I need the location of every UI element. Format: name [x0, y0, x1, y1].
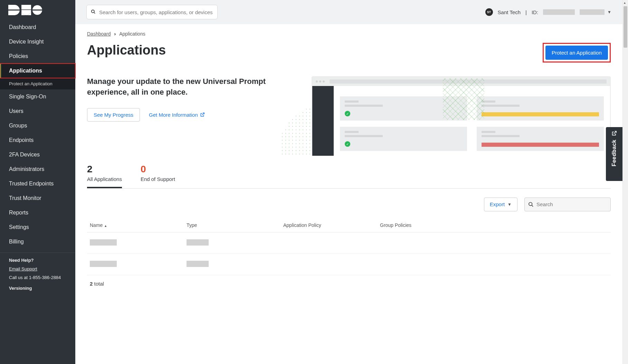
scroll-up-icon: ▴: [624, 1, 626, 4]
help-block: Need Help? Email Support Call us at 1-85…: [0, 258, 75, 291]
sidebar-item-groups[interactable]: Groups: [0, 118, 75, 133]
tabs: 2 All Applications 0 End of Support: [87, 164, 611, 189]
col-application-policy[interactable]: Application Policy: [280, 218, 377, 232]
tab-eos-count: 0: [141, 164, 175, 175]
sidebar-item-users[interactable]: Users: [0, 104, 75, 118]
col-type[interactable]: Type: [184, 218, 280, 232]
id-label: ID:: [532, 9, 538, 15]
scrollbar[interactable]: ▴: [622, 0, 628, 364]
cell-name-redacted: [90, 239, 117, 246]
versioning-label: Versioning: [9, 286, 66, 291]
protect-application-button[interactable]: Protect an Application: [545, 46, 608, 60]
tab-eos-label: End of Support: [141, 176, 175, 182]
search-icon: [528, 201, 534, 208]
main: ST Sant Tech | ID: ▼ Dashboard › Applica…: [75, 0, 622, 364]
sidebar-item-dashboard[interactable]: Dashboard: [0, 20, 75, 35]
breadcrumb: Dashboard › Applications: [87, 31, 611, 37]
global-search-input[interactable]: [99, 9, 213, 15]
divider: |: [525, 9, 527, 15]
cell-name-redacted: [90, 261, 117, 267]
page-title: Applications: [87, 43, 166, 58]
applications-table: Name▲ Type Application Policy Group Poli…: [87, 218, 611, 275]
scrollbar-thumb[interactable]: [624, 6, 627, 48]
chevron-down-icon: ▼: [607, 10, 611, 15]
svg-point-7: [529, 202, 532, 205]
get-more-info-link[interactable]: Get More Information: [149, 112, 205, 118]
hero-section: Manage your update to the new Universal …: [87, 76, 611, 156]
export-label: Export: [490, 201, 505, 207]
sidebar: Dashboard Device Insight Policies Applic…: [0, 0, 75, 364]
sort-asc-icon: ▲: [104, 224, 107, 228]
breadcrumb-separator-icon: ›: [114, 31, 116, 37]
table-row[interactable]: [87, 253, 611, 275]
table-total: 2 total: [87, 275, 611, 292]
sidebar-item-administrators[interactable]: Administrators: [0, 162, 75, 176]
sidebar-subitem-protect-application[interactable]: Protect an Application: [0, 78, 75, 89]
table-toolbar: Export ▼: [87, 198, 611, 211]
sidebar-item-2fa-devices[interactable]: 2FA Devices: [0, 147, 75, 162]
sidebar-item-billing[interactable]: Billing: [0, 234, 75, 249]
breadcrumb-current: Applications: [119, 31, 145, 37]
help-title: Need Help?: [9, 258, 66, 263]
table-row[interactable]: [87, 232, 611, 253]
breadcrumb-root[interactable]: Dashboard: [87, 31, 111, 37]
sidebar-item-reports[interactable]: Reports: [0, 205, 75, 220]
col-group-policies[interactable]: Group Policies: [377, 218, 611, 232]
tab-all-label: All Applications: [87, 176, 122, 182]
sidebar-item-trusted-endpoints[interactable]: Trusted Endpoints: [0, 176, 75, 191]
topbar: ST Sant Tech | ID: ▼: [75, 0, 622, 24]
sidebar-item-single-sign-on[interactable]: Single Sign-On: [0, 89, 75, 104]
tab-end-of-support[interactable]: 0 End of Support: [141, 164, 175, 188]
svg-rect-4: [32, 10, 42, 11]
topbar-right: ST Sant Tech | ID: ▼: [485, 8, 611, 16]
export-button[interactable]: Export ▼: [484, 198, 517, 211]
sidebar-separator: [0, 252, 75, 253]
content: Dashboard › Applications Applications Pr…: [75, 24, 622, 306]
avatar[interactable]: ST: [485, 8, 493, 16]
account-id-redacted: [543, 9, 575, 15]
account-value-redacted: [580, 9, 605, 15]
account-name: Sant Tech: [498, 9, 521, 15]
sidebar-item-trust-monitor[interactable]: Trust Monitor: [0, 191, 75, 205]
sidebar-item-applications[interactable]: Applications: [0, 64, 75, 78]
hero-illustration: ✓ ✓: [280, 76, 611, 156]
external-link-icon: [611, 131, 617, 137]
feedback-label: Feedback: [611, 140, 617, 166]
sidebar-item-policies[interactable]: Policies: [0, 49, 75, 64]
col-name[interactable]: Name▲: [87, 218, 184, 232]
hero-copy: Manage your update to the new Universal …: [87, 76, 267, 98]
cell-type-redacted: [187, 261, 209, 267]
sidebar-item-settings[interactable]: Settings: [0, 220, 75, 234]
tab-all-count: 2: [87, 164, 122, 175]
sidebar-item-device-insight[interactable]: Device Insight: [0, 35, 75, 49]
external-link-icon: [200, 112, 205, 117]
account-dropdown[interactable]: ▼: [580, 9, 611, 15]
see-progress-button[interactable]: See My Progress: [87, 108, 140, 122]
svg-line-6: [94, 12, 95, 13]
protect-highlight: Protect an Application: [543, 43, 611, 63]
email-support-link[interactable]: Email Support: [9, 266, 66, 271]
global-search[interactable]: [86, 5, 218, 19]
tab-all-applications[interactable]: 2 All Applications: [87, 164, 122, 188]
table-search-input[interactable]: [536, 201, 607, 207]
svg-line-8: [532, 205, 533, 207]
duo-logo: [0, 0, 75, 20]
get-more-info-label: Get More Information: [149, 112, 198, 118]
table-search[interactable]: [524, 198, 611, 211]
feedback-tab[interactable]: Feedback: [606, 127, 622, 181]
search-icon: [91, 9, 96, 15]
cell-type-redacted: [187, 239, 209, 246]
sidebar-item-endpoints[interactable]: Endpoints: [0, 133, 75, 147]
svg-point-5: [92, 10, 94, 12]
help-phone: Call us at 1-855-386-2884: [9, 275, 66, 280]
chevron-down-icon: ▼: [507, 202, 512, 207]
svg-rect-0: [8, 10, 20, 11]
